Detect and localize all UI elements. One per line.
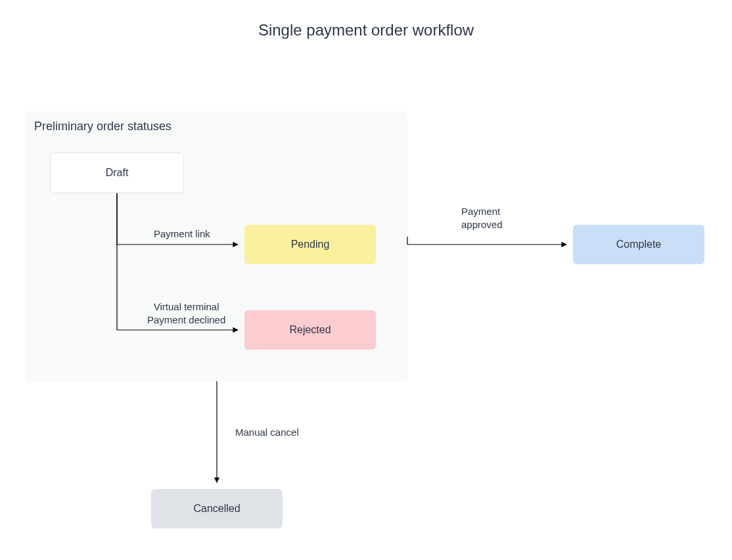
edge-label-virtual-terminal: Virtual terminal Payment declined (147, 300, 225, 326)
node-cancelled: Cancelled (151, 489, 283, 528)
edge-label-approved-line1: Payment (461, 206, 500, 217)
edge-label-vt-line1: Virtual terminal (154, 301, 219, 312)
edge-label-vt-line2: Payment declined (147, 314, 225, 325)
edge-label-approved: Payment approved (461, 205, 503, 231)
node-draft: Draft (50, 152, 184, 193)
edge-pending-to-complete (407, 237, 566, 245)
node-complete: Complete (573, 225, 704, 264)
edge-label-manual-cancel: Manual cancel (235, 426, 299, 439)
edge-label-approved-line2: approved (461, 219, 503, 230)
node-pending: Pending (244, 225, 376, 264)
group-label: Preliminary order statuses (34, 120, 172, 133)
edge-label-payment-link: Payment link (154, 227, 210, 241)
diagram-title: Single payment order workflow (0, 21, 732, 39)
node-rejected: Rejected (244, 310, 376, 350)
